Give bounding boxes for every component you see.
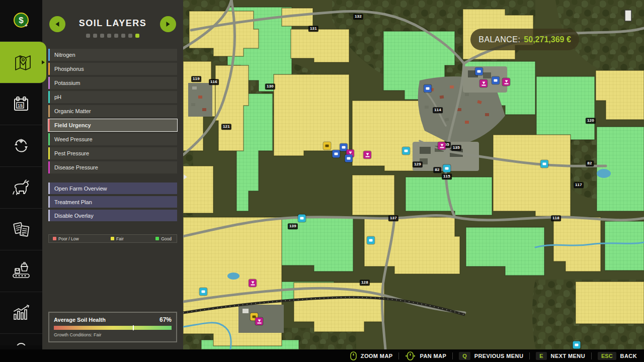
back-label: BACK xyxy=(620,353,637,359)
marker-arrow-glyph xyxy=(349,151,352,154)
map-hotspot-icon[interactable] xyxy=(333,150,340,158)
map-hotspot-icon[interactable] xyxy=(364,151,371,159)
layer-label: Phosphorus xyxy=(54,66,84,72)
soil-layer-phosphorus[interactable]: Phosphorus xyxy=(48,63,177,75)
map-hotspot-icon[interactable] xyxy=(541,160,548,168)
layer-label: Potassium xyxy=(54,80,80,86)
map-hotspot-icon[interactable] xyxy=(492,77,500,84)
key-e: E xyxy=(536,352,546,360)
separator xyxy=(398,352,399,359)
map-hotspot-icon[interactable] xyxy=(503,78,510,86)
map-hotspot-icon[interactable] xyxy=(573,341,581,349)
production-icon xyxy=(11,262,31,280)
map-hotspot-icon[interactable] xyxy=(256,318,263,325)
action-color-bar xyxy=(48,183,50,194)
soil-layer-field-urgency[interactable]: Field Urgency xyxy=(48,119,177,131)
sidebar-item-calendar[interactable]: 15 xyxy=(0,83,42,125)
next-menu-label: NEXT MENU xyxy=(551,353,585,359)
sidebar-item-statistics[interactable] xyxy=(0,292,42,334)
page-dot[interactable] xyxy=(100,34,104,38)
sidebar-item-production[interactable] xyxy=(0,250,42,292)
field-number-badge: 132 xyxy=(353,14,363,20)
soil-layer-pest-pressure[interactable]: Pest Pressure xyxy=(48,147,177,159)
crop-rotation-icon xyxy=(12,137,30,155)
money-icon: $ + xyxy=(12,12,30,30)
marker-arrow-glyph xyxy=(366,153,369,155)
field-number-badge: 117 xyxy=(574,182,584,188)
soil-layer-organic-matter[interactable]: Organic Matter xyxy=(48,105,177,117)
key-esc: ESC xyxy=(598,352,616,360)
sidebar-item-help[interactable] xyxy=(0,334,42,345)
layer-color-bar xyxy=(48,105,50,117)
soil-layer-potassium[interactable]: Potassium xyxy=(48,77,177,89)
mouse-pan-icon xyxy=(405,351,416,360)
disable-overlay-button[interactable]: Disable Overlay xyxy=(48,210,177,221)
map-hotspot-icon[interactable] xyxy=(424,85,432,93)
soil-legend: Poor / LowFairGood xyxy=(48,234,177,243)
soil-health-value: 67% xyxy=(159,316,172,323)
map-canvas xyxy=(183,0,644,349)
marker-box-glyph xyxy=(335,153,338,155)
field-number-badge: 128 xyxy=(360,280,370,286)
marker-box-glyph xyxy=(300,217,304,220)
page-dot[interactable] xyxy=(93,34,97,38)
world-map[interactable]: BALANCE: 50,271,369 € 132131119116130121… xyxy=(183,0,644,349)
marker-box-glyph xyxy=(477,70,481,73)
marker-box-glyph xyxy=(445,167,449,170)
marker-box-glyph xyxy=(202,291,205,293)
soil-layer-nitrogen[interactable]: Nitrogen xyxy=(48,49,177,61)
page-dot[interactable] xyxy=(107,34,111,38)
balance-label: BALANCE: xyxy=(478,35,520,44)
map-hotspot-icon[interactable] xyxy=(367,237,375,244)
layer-color-bar xyxy=(48,119,50,131)
page-dot[interactable] xyxy=(135,34,139,38)
page-dot[interactable] xyxy=(114,34,118,38)
map-hotspot-icon[interactable] xyxy=(200,288,207,296)
next-layer-page-button[interactable] xyxy=(160,16,176,32)
field-number-badge: 82 xyxy=(586,160,594,166)
legend-label: Fair xyxy=(116,236,124,241)
map-building-sign xyxy=(625,10,631,21)
help-icon xyxy=(15,337,27,345)
map-hotspot-icon[interactable] xyxy=(298,215,306,222)
layer-label: Nitrogen xyxy=(54,52,75,58)
svg-text:15: 15 xyxy=(18,103,23,108)
map-hotspot-icon[interactable] xyxy=(475,68,483,75)
map-hotspot-icon[interactable] xyxy=(443,165,451,172)
panel-expand-arrow[interactable] xyxy=(184,174,187,179)
sidebar-item-contracts[interactable] xyxy=(0,209,42,250)
layer-color-bar xyxy=(48,133,50,145)
action-label: Disable Overlay xyxy=(54,213,94,219)
prev-layer-page-button[interactable] xyxy=(49,16,65,32)
field-number-badge: 135 xyxy=(451,145,461,151)
soil-layers-panel: SOIL LAYERS NitrogenPhosphorusPotassiump… xyxy=(42,0,183,349)
legend-item-poor-low: Poor / Low xyxy=(53,236,79,241)
sidebar-item-map[interactable] xyxy=(0,42,46,83)
soil-layer-ph[interactable]: pH xyxy=(48,91,177,103)
treatment-plan-button[interactable]: Treatment Plan xyxy=(48,196,177,208)
page-dot[interactable] xyxy=(121,34,125,38)
sidebar-item-crop-rotation[interactable] xyxy=(0,125,42,167)
page-dot[interactable] xyxy=(128,34,132,38)
soil-layer-disease-pressure[interactable]: Disease Pressure xyxy=(48,161,177,173)
field-number-badge: 130 xyxy=(265,83,275,89)
map-hotspot-icon[interactable] xyxy=(345,155,353,162)
map-hotspot-icon[interactable] xyxy=(324,142,331,150)
back-hint: ESC BACK xyxy=(598,352,637,360)
animals-icon xyxy=(11,179,31,196)
map-hotspot-icon[interactable] xyxy=(403,147,410,155)
legend-swatch xyxy=(111,237,114,240)
sidebar-item-animals[interactable] xyxy=(0,167,42,209)
open-farm-overview-button[interactable]: Open Farm Overview xyxy=(48,183,177,194)
sidebar-item-finances[interactable]: $ + xyxy=(0,0,42,42)
marker-arrow-glyph xyxy=(440,144,443,146)
soil-layer-weed-pressure[interactable]: Weed Pressure xyxy=(48,133,177,145)
page-dot[interactable] xyxy=(86,34,90,38)
map-hotspot-icon[interactable] xyxy=(480,80,488,87)
keybind-bar: ZOOM MAP PAN MAP Q PREVIOUS MENU E NEXT … xyxy=(0,349,644,362)
map-hotspot-icon[interactable] xyxy=(438,142,446,150)
map-hotspot-icon[interactable] xyxy=(249,280,257,287)
growth-conditions-label: Growth Conditions: Fair xyxy=(54,332,172,337)
layer-label: Field Urgency xyxy=(54,122,91,128)
panel-header: SOIL LAYERS xyxy=(42,0,183,38)
